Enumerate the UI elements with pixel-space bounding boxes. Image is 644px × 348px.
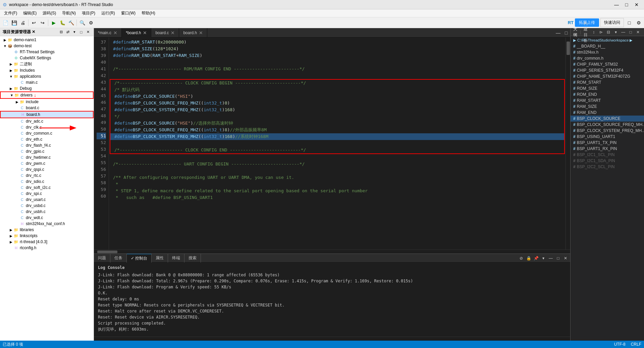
tab-board-h-star[interactable]: *board.h ✕ xyxy=(122,28,151,38)
bottom-tab-console[interactable]: ✓ 控制台 xyxy=(127,254,152,263)
sidebar-item-applications[interactable]: ▼ 📁 applications xyxy=(0,73,94,79)
outline-item-bsp-using-uart1[interactable]: # BSP_USING_UART1 xyxy=(571,134,644,140)
outline-sort-btn[interactable]: ↕ xyxy=(590,29,597,36)
sidebar-item-board-c[interactable]: C board.c xyxy=(0,105,94,111)
toolbar-extra-2[interactable]: ⚙ xyxy=(635,19,643,27)
outline-item-chip-series[interactable]: # CHIP_SERIES_STM32F4 xyxy=(571,67,644,73)
outline-item-chip-name[interactable]: # CHIP_NAME_STM32F407ZG xyxy=(571,73,644,79)
tab-bar-minimize[interactable]: — xyxy=(554,29,562,37)
tab-close-icon[interactable]: ✕ xyxy=(143,30,147,36)
code-content[interactable]: #define RAM_START (0x20000000) #define R… xyxy=(109,38,566,250)
tab-bar-maximize[interactable]: □ xyxy=(562,29,570,37)
toolbar-search[interactable]: 🔍 xyxy=(78,19,86,27)
outline-item-bsp-clock-source[interactable]: # BSP_CLOCK_SOURCE xyxy=(571,116,644,122)
sidebar-item-linkscripts[interactable]: ▶ 📁 linkscripts xyxy=(0,233,94,239)
toolbar-new[interactable]: 📄 xyxy=(1,19,9,27)
outline-item-bsp-i2c1-scl[interactable]: # BSP_I2C1_SCL_PIN xyxy=(571,152,644,158)
sidebar-item-stm32f4xx-hal-conf[interactable]: H stm32f4xx_hal_conf.h xyxy=(0,221,94,227)
outline-settings-btn[interactable]: ▾ xyxy=(612,29,619,36)
sidebar-item-drv-usbd[interactable]: C drv_usbd.c xyxy=(0,203,94,209)
outline-item-ram-size[interactable]: # RAM_SIZE xyxy=(571,103,644,110)
vertical-scrollbar[interactable] xyxy=(566,38,570,250)
outline-item-rom-start[interactable]: # ROM_START xyxy=(571,79,644,85)
sidebar-item-cubemx-settings[interactable]: ⚙ CubeMX Settings xyxy=(0,55,94,61)
tab-close-icon[interactable]: ✕ xyxy=(199,30,203,36)
sidebar-item-board-h[interactable]: H board.h xyxy=(0,111,94,118)
toolbar-build[interactable]: 🔨 xyxy=(67,19,75,27)
toolbar-settings[interactable]: ⚙ xyxy=(87,19,95,27)
outline-maximize-btn[interactable]: □ xyxy=(627,29,634,36)
console-minimize-btn[interactable]: — xyxy=(547,255,554,262)
sidebar-item-rt-thread[interactable]: ▶ 📁 rt-thread [4.0.3] xyxy=(0,239,94,245)
tab-close-icon[interactable]: ✕ xyxy=(113,30,117,36)
outline-collapse-btn[interactable]: ⊟ xyxy=(605,29,612,36)
bottom-tab-search[interactable]: 搜索 xyxy=(184,254,201,263)
outline-item-bsp-i2c2-scl[interactable]: # BSP_I2C2_SCL_PIN xyxy=(571,164,644,170)
toolbar-run[interactable]: ▶ xyxy=(50,19,58,27)
toolbar-save[interactable]: 💾 xyxy=(10,19,18,27)
sidebar-item-debug[interactable]: ▶ 📁 Debug xyxy=(0,85,94,91)
menu-file[interactable]: 文件(F) xyxy=(1,10,20,17)
console-scrollbar[interactable] xyxy=(94,337,570,341)
toolbar-undo[interactable]: ↩ xyxy=(30,19,38,27)
menu-edit[interactable]: 编辑(E) xyxy=(20,10,39,17)
sidebar-close[interactable]: ✕ xyxy=(85,29,91,35)
sidebar-item-drv-wdt[interactable]: C drv_wdt.c xyxy=(0,215,94,221)
outline-item-rom-end[interactable]: # ROM_END xyxy=(571,91,644,97)
bottom-tab-properties[interactable]: 属性 xyxy=(152,254,168,263)
outline-item-bsp-clock-freq[interactable]: # BSP_CLOCK_SOURCE_FREQ_MH... xyxy=(571,122,644,128)
console-clear-btn[interactable]: ⊘ xyxy=(518,255,525,262)
menu-project[interactable]: 项目(P) xyxy=(79,10,98,17)
sidebar-minimize[interactable]: □ xyxy=(78,29,84,35)
outline-item-board-h[interactable]: # __BOARD_H__ xyxy=(571,43,644,49)
sidebar-collapse-all[interactable]: ⊟ xyxy=(58,29,64,35)
outline-item-stm32f4xx[interactable]: # stm32f4xx.h xyxy=(571,49,644,55)
outline-item-bsp-i2c1-sda[interactable]: # BSP_I2C1_SDA_PIN xyxy=(571,158,644,164)
sidebar-item-drv-spi[interactable]: C drv_spi.c xyxy=(0,191,94,197)
menu-run[interactable]: 运行(R) xyxy=(99,10,118,17)
statusbar-line-ending[interactable]: CRLF xyxy=(631,342,641,347)
sidebar-item-drv-hwtimer[interactable]: C drv_hwtimer.c xyxy=(0,154,94,160)
console-maximize-btn[interactable]: □ xyxy=(555,255,561,262)
sidebar-item-drv-usart[interactable]: C drv_usart.c xyxy=(0,197,94,203)
toolbar-debug[interactable]: 🐛 xyxy=(58,19,66,27)
sidebar-item-libraries[interactable]: ▶ 📁 libraries xyxy=(0,227,94,233)
tab-board-c[interactable]: board.c ✕ xyxy=(151,28,179,38)
bottom-tab-terminal[interactable]: 终端 xyxy=(168,254,184,263)
maximize-button[interactable]: □ xyxy=(622,1,631,8)
menu-window[interactable]: 窗口(W) xyxy=(118,10,138,17)
sidebar-item-binary[interactable]: ▶ 📁 二进制 xyxy=(0,61,94,67)
toolbar-print[interactable]: 🖨 xyxy=(19,19,27,27)
sidebar-item-drv-adc[interactable]: C drv_adc.c xyxy=(0,118,94,124)
bottom-tab-tasks[interactable]: 任务 xyxy=(110,254,127,263)
tab-close-icon[interactable]: ✕ xyxy=(171,30,175,36)
sidebar-item-demo-nano1[interactable]: ▶ 📁 demo-nano1 xyxy=(0,37,94,43)
outline-item-ram-start[interactable]: # RAM_START xyxy=(571,97,644,103)
sidebar-item-main-c[interactable]: C main.c xyxy=(0,79,94,85)
sidebar-item-drv-common[interactable]: C drv_common.c xyxy=(0,130,94,136)
menu-source[interactable]: 源码(S) xyxy=(40,10,59,17)
statusbar-encoding[interactable]: UTF-8 xyxy=(614,342,626,347)
outline-item-rom-size[interactable]: # ROM_SIZE xyxy=(571,85,644,91)
sidebar-item-drv-clk[interactable]: C drv_clk.c xyxy=(0,124,94,130)
toolbar-redo[interactable]: ↪ xyxy=(39,19,47,27)
horizontal-scrollbar[interactable] xyxy=(94,250,570,254)
outline-item-bsp-uart1-rx[interactable]: # BSP_UART1_RX_PIN xyxy=(571,146,644,152)
sidebar-item-drv-pwm[interactable]: C drv_pwm.c xyxy=(0,160,94,166)
outline-item-ram-end[interactable]: # RAM_END xyxy=(571,110,644,116)
outline-minimize-btn[interactable]: — xyxy=(620,29,627,36)
minimize-button[interactable]: — xyxy=(612,1,621,8)
sidebar-item-drv-usbh[interactable]: C drv_usbh.c xyxy=(0,209,94,215)
outline-filter-btn[interactable]: ⊳ xyxy=(598,29,604,36)
tab-board-h[interactable]: board.h ✕ xyxy=(179,28,207,38)
quick-access-button[interactable]: 快速访问 xyxy=(600,18,624,27)
outline-item-drv-common[interactable]: # drv_common.h xyxy=(571,55,644,61)
sidebar-item-rtconfig-h[interactable]: H rtconfig.h xyxy=(0,245,94,251)
sidebar-item-drv-rtc[interactable]: C drv_rtc.c xyxy=(0,172,94,179)
tab-main-c[interactable]: *main.c ✕ xyxy=(94,28,122,38)
sidebar-link-editor[interactable]: ⇄ xyxy=(65,29,71,35)
console-pin-btn[interactable]: 📌 xyxy=(533,255,539,262)
sidebar-item-drv-soft-i2c[interactable]: C drv_soft_i2c.c xyxy=(0,185,94,191)
sidebar-item-drv-flash[interactable]: C drv_flash_f4.c xyxy=(0,142,94,148)
outline-close-btn[interactable]: ✕ xyxy=(635,29,641,36)
